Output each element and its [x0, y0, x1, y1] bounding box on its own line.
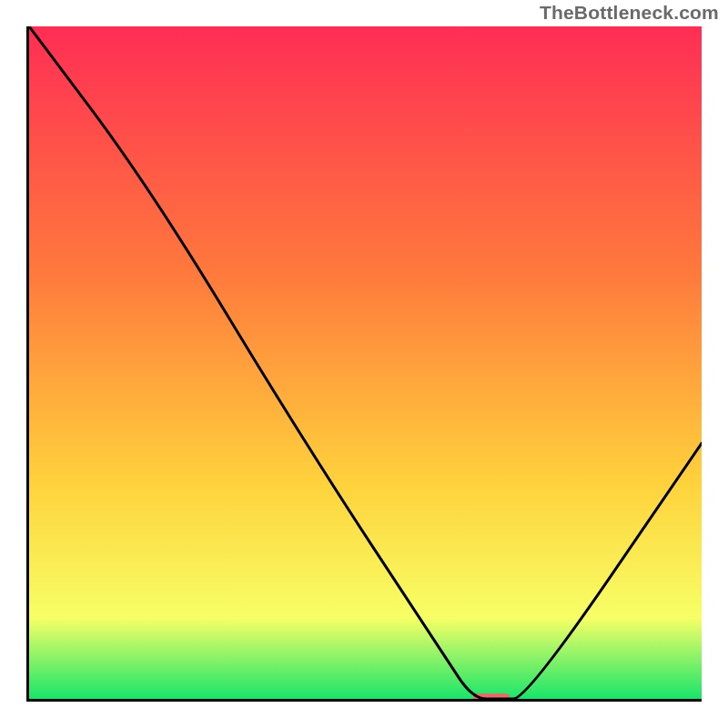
watermark-text: TheBottleneck.com — [540, 2, 719, 24]
gradient-background — [29, 26, 702, 699]
chart-svg — [29, 26, 702, 699]
plot-area — [26, 26, 702, 702]
chart-frame: TheBottleneck.com — [0, 0, 728, 728]
